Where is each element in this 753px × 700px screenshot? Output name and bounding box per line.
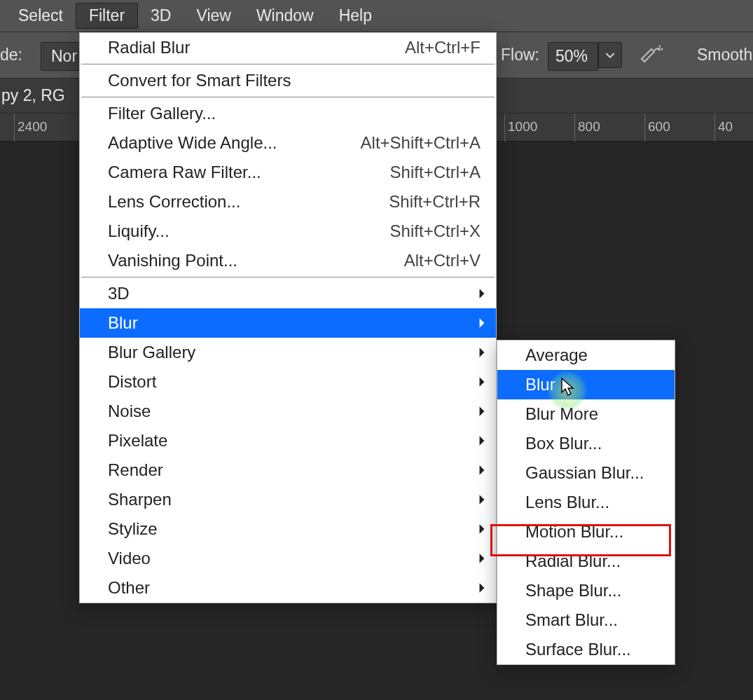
airbrush-icon[interactable] xyxy=(639,43,664,69)
menu-item[interactable]: Stylize xyxy=(80,514,496,544)
mode-label: de: xyxy=(0,46,27,64)
ruler-tick-label: 800 xyxy=(575,119,600,135)
svg-point-2 xyxy=(658,49,659,50)
menu-item-label: Pixelate xyxy=(108,431,481,451)
filter-menu: Radial BlurAlt+Ctrl+FConvert for Smart F… xyxy=(79,32,497,603)
flow-input[interactable]: 50% xyxy=(548,42,598,71)
submenu-item[interactable]: Average xyxy=(497,341,675,370)
menu-item-shortcut: Shift+Ctrl+X xyxy=(373,221,481,241)
menu-item-label: Camera Raw Filter... xyxy=(108,163,373,182)
menu-item-label: Blur Gallery xyxy=(108,343,481,362)
submenu-arrow-icon xyxy=(478,317,486,329)
submenu-item[interactable]: Motion Blur... xyxy=(497,517,675,547)
menu-item-label: Noise xyxy=(108,402,481,421)
menu-select[interactable]: Select xyxy=(6,4,76,28)
submenu-item[interactable]: Shape Blur... xyxy=(497,576,675,605)
menu-3d[interactable]: 3D xyxy=(138,4,184,28)
ruler-tick: 800 xyxy=(574,114,600,142)
ruler-tick-label: 40 xyxy=(715,119,733,135)
menu-item[interactable]: Render xyxy=(80,455,496,485)
submenu-item-label: Blur More xyxy=(525,404,659,424)
blur-submenu: AverageBlurBlur MoreBox Blur...Gaussian … xyxy=(497,340,675,665)
submenu-item-label: Radial Blur... xyxy=(525,551,659,571)
menu-separator xyxy=(81,64,495,64)
menu-item-label: Liquify... xyxy=(108,221,373,241)
menu-item[interactable]: Filter Gallery... xyxy=(80,99,496,128)
menu-separator xyxy=(81,277,495,277)
menu-window[interactable]: Window xyxy=(244,4,326,28)
menu-item[interactable]: Noise xyxy=(80,397,496,426)
submenu-arrow-icon xyxy=(478,347,486,358)
submenu-item[interactable]: Box Blur... xyxy=(497,429,675,458)
menu-item-label: Lens Correction... xyxy=(108,192,372,212)
submenu-arrow-icon xyxy=(478,288,486,299)
menu-item[interactable]: Blur xyxy=(80,308,496,338)
submenu-arrow-icon xyxy=(478,435,486,446)
chevron-down-icon xyxy=(605,50,615,60)
submenu-item[interactable]: Blur More xyxy=(497,399,675,429)
menubar: Select Filter 3D View Window Help xyxy=(0,0,753,32)
menu-item[interactable]: Lens Correction...Shift+Ctrl+R xyxy=(80,187,496,217)
menu-item-shortcut: Alt+Ctrl+V xyxy=(387,251,481,270)
submenu-item[interactable]: Lens Blur... xyxy=(497,488,675,517)
menu-item[interactable]: Vanishing Point...Alt+Ctrl+V xyxy=(80,246,496,275)
submenu-arrow-icon xyxy=(478,523,486,535)
submenu-arrow-icon xyxy=(478,406,486,417)
menu-item[interactable]: Blur Gallery xyxy=(80,338,496,367)
menu-item[interactable]: Other xyxy=(80,573,496,603)
menu-item-label: 3D xyxy=(108,284,481,303)
menu-item[interactable]: 3D xyxy=(80,279,496,308)
menu-item[interactable]: Distort xyxy=(80,367,496,397)
smoothing-label: Smooth xyxy=(697,46,752,64)
menu-item-shortcut: Alt+Ctrl+F xyxy=(388,38,481,57)
menu-item-shortcut: Shift+Ctrl+A xyxy=(373,163,481,182)
document-tab[interactable]: py 2, RG xyxy=(1,86,65,105)
menu-item[interactable]: Radial BlurAlt+Ctrl+F xyxy=(80,33,496,62)
menu-item-label: Other xyxy=(108,578,481,598)
submenu-arrow-icon xyxy=(478,553,486,564)
menu-item-label: Render xyxy=(108,460,481,480)
menu-view[interactable]: View xyxy=(184,4,243,28)
menu-item[interactable]: Liquify...Shift+Ctrl+X xyxy=(80,217,496,246)
menu-item-label: Adaptive Wide Angle... xyxy=(108,133,344,153)
menu-item-label: Sharpen xyxy=(108,490,481,509)
submenu-arrow-icon xyxy=(478,376,486,387)
menu-item-shortcut: Alt+Shift+Ctrl+A xyxy=(344,133,481,153)
menu-help[interactable]: Help xyxy=(326,4,385,28)
ruler-tick-label: 1000 xyxy=(505,119,537,135)
ruler-tick: 1000 xyxy=(504,114,537,142)
submenu-arrow-icon xyxy=(478,494,486,505)
menu-filter[interactable]: Filter xyxy=(76,3,138,29)
ruler-tick: 600 xyxy=(644,114,670,142)
menu-item[interactable]: Pixelate xyxy=(80,426,496,455)
menu-item-label: Vanishing Point... xyxy=(108,251,387,270)
menu-item[interactable]: Adaptive Wide Angle...Alt+Shift+Ctrl+A xyxy=(80,128,496,158)
submenu-item[interactable]: Smart Blur... xyxy=(497,605,675,635)
submenu-arrow-icon xyxy=(478,582,486,593)
menu-item-label: Video xyxy=(108,549,481,568)
flow-dropdown-button[interactable] xyxy=(598,42,622,68)
submenu-item-label: Shape Blur... xyxy=(525,581,659,601)
submenu-item-label: Surface Blur... xyxy=(525,640,659,659)
menu-item[interactable]: Convert for Smart Filters xyxy=(80,66,496,95)
menu-item-shortcut: Shift+Ctrl+R xyxy=(372,192,481,212)
submenu-item-label: Lens Blur... xyxy=(525,493,659,512)
flow-label: Flow: xyxy=(501,46,539,64)
submenu-item[interactable]: Gaussian Blur... xyxy=(497,458,675,488)
menu-item[interactable]: Sharpen xyxy=(80,485,496,514)
menu-separator xyxy=(81,97,495,97)
menu-item-label: Convert for Smart Filters xyxy=(108,71,481,90)
submenu-item[interactable]: Blur xyxy=(497,370,675,399)
submenu-item[interactable]: Surface Blur... xyxy=(497,635,675,664)
menu-item[interactable]: Video xyxy=(80,544,496,573)
submenu-arrow-icon xyxy=(478,465,486,476)
submenu-item[interactable]: Radial Blur... xyxy=(497,547,675,576)
ruler-tick-label: 600 xyxy=(645,119,670,135)
submenu-item-label: Box Blur... xyxy=(525,434,659,453)
submenu-item-label: Average xyxy=(525,345,659,365)
svg-point-0 xyxy=(659,46,661,48)
menu-item-label: Blur xyxy=(108,313,481,333)
menu-item-label: Filter Gallery... xyxy=(108,104,481,123)
menu-item-label: Distort xyxy=(108,372,481,392)
menu-item[interactable]: Camera Raw Filter...Shift+Ctrl+A xyxy=(80,158,496,187)
